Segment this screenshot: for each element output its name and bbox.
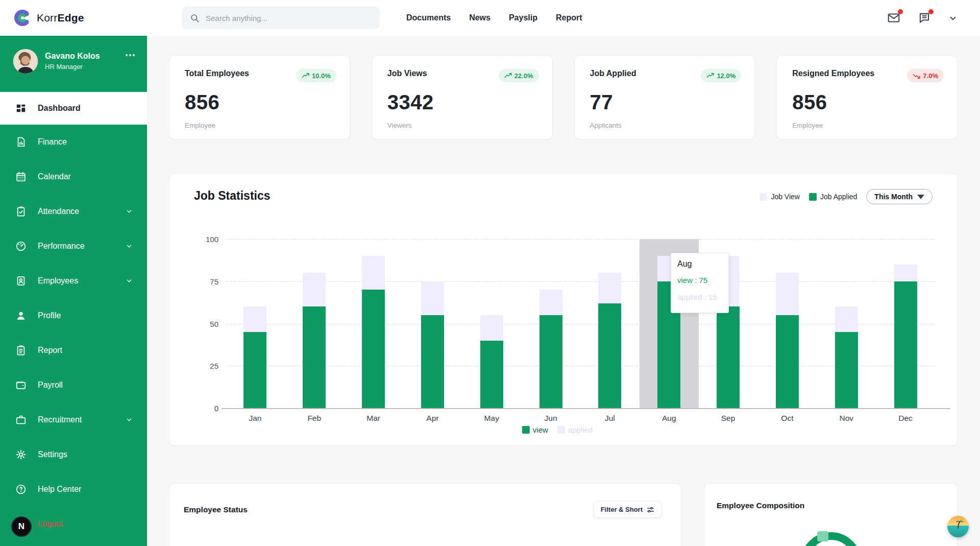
sidebar-item-settings[interactable]: Settings bbox=[0, 437, 147, 472]
sidebar-item-help-center[interactable]: Help Center bbox=[0, 472, 147, 507]
legend-job-view[interactable]: Job View bbox=[760, 193, 800, 201]
bar-view-Jul[interactable] bbox=[598, 303, 621, 408]
x-tick-label: Jun bbox=[545, 414, 557, 423]
sidebar-item-recruitment[interactable]: Recruitment bbox=[0, 402, 147, 437]
sidebar-item-label: Finance bbox=[38, 137, 67, 147]
nav-link-report[interactable]: Report bbox=[556, 13, 582, 22]
chat-notification-dot bbox=[928, 9, 934, 14]
bar-view-Oct[interactable] bbox=[776, 315, 799, 408]
trending-up-icon bbox=[302, 72, 309, 80]
sidebar-item-label: Profile bbox=[38, 311, 61, 320]
view-swatch bbox=[522, 426, 530, 434]
main-content: Total Employees 10.0% 856 Employee Job V… bbox=[147, 36, 980, 546]
x-tick-label: Sep bbox=[721, 414, 736, 423]
bar-view-Apr[interactable] bbox=[421, 315, 444, 408]
chevron-down-icon[interactable] bbox=[948, 11, 958, 25]
legend-view[interactable]: view bbox=[522, 425, 548, 434]
employee-status-card: Employee Status Filter & Short bbox=[169, 483, 681, 546]
top-nav: Documents News Payslip Report bbox=[406, 13, 582, 22]
trend-value: 7.0% bbox=[923, 72, 938, 80]
ellipsis-icon[interactable] bbox=[126, 54, 135, 56]
sidebar-item-dashboard[interactable]: Dashboard bbox=[0, 92, 147, 125]
mail-icon[interactable] bbox=[887, 11, 900, 25]
bar-view-Sep[interactable] bbox=[717, 306, 740, 408]
y-tick-label: 75 bbox=[210, 277, 218, 286]
chart-tooltip: Aug view : 75 applied : 15 bbox=[671, 253, 729, 313]
stat-title: Total Employees bbox=[185, 69, 249, 78]
sidebar-item-label: Logout bbox=[38, 519, 63, 529]
finance-doc-icon bbox=[15, 136, 27, 148]
gridline-100 bbox=[226, 239, 935, 240]
chevron-down-icon bbox=[126, 243, 133, 250]
sidebar-item-payroll[interactable]: Payroll bbox=[0, 368, 147, 402]
y-tick-label: 0 bbox=[214, 404, 218, 413]
period-value: This Month bbox=[874, 193, 913, 201]
profile-name: Gavano Kolos bbox=[45, 52, 100, 61]
chevron-down-icon bbox=[126, 277, 133, 284]
stat-subtitle: Viewers bbox=[387, 122, 539, 129]
sidebar-item-employees[interactable]: Employees bbox=[0, 264, 147, 298]
trend-badge: 22.0% bbox=[499, 69, 539, 82]
brand-name-regular: Korr bbox=[37, 12, 57, 23]
stat-card-resigned-employees: Resigned Employees 7.0% 856 Employee bbox=[776, 55, 958, 139]
stat-card-job-views: Job Views 22.0% 3342 Viewers bbox=[372, 55, 553, 139]
chevron-down-icon bbox=[126, 416, 133, 423]
nav-link-news[interactable]: News bbox=[469, 13, 491, 22]
gauge-icon bbox=[15, 241, 27, 252]
trend-badge: 12.0% bbox=[701, 69, 741, 82]
bar-view-Dec[interactable] bbox=[894, 281, 917, 408]
legend-applied[interactable]: applied bbox=[557, 425, 593, 434]
sidebar: Gavano Kolos HR Manager Dashboard Financ… bbox=[0, 36, 147, 546]
sidebar-item-profile[interactable]: Profile bbox=[0, 298, 147, 333]
x-tick-label: Nov bbox=[839, 414, 853, 423]
bar-plot: 0255075100JanFebMarAprMayJunJulAugSepOct… bbox=[226, 239, 935, 408]
sidebar-item-report[interactable]: Report bbox=[0, 333, 147, 368]
bar-view-Mar[interactable] bbox=[362, 290, 385, 408]
search-bar[interactable] bbox=[182, 7, 380, 29]
search-input[interactable] bbox=[206, 14, 372, 22]
sidebar-item-performance[interactable]: Performance bbox=[0, 229, 147, 264]
sidebar-item-label: Payroll bbox=[38, 381, 63, 390]
applied-swatch bbox=[557, 426, 565, 434]
sidebar-item-calendar[interactable]: Calendar bbox=[0, 159, 147, 194]
period-selector[interactable]: This Month bbox=[866, 189, 933, 204]
notification-bubble[interactable]: N bbox=[11, 516, 32, 537]
trend-value: 10.0% bbox=[312, 72, 331, 80]
profile-meta: Gavano Kolos HR Manager bbox=[45, 52, 100, 70]
x-tick-label: Jan bbox=[249, 414, 261, 423]
trending-up-icon bbox=[706, 72, 714, 80]
tooltip-view: view : 75 bbox=[677, 276, 722, 284]
legend-job-applied[interactable]: Job Applied bbox=[809, 193, 857, 201]
bar-view-Jun[interactable] bbox=[540, 315, 562, 408]
bar-view-Nov[interactable] bbox=[835, 332, 858, 408]
sidebar-item-label: Attendance bbox=[38, 207, 79, 216]
filter-short-button[interactable]: Filter & Short bbox=[594, 501, 662, 518]
y-tick-label: 50 bbox=[210, 319, 218, 328]
island-icon[interactable] bbox=[947, 516, 969, 537]
wallet-icon bbox=[15, 379, 27, 391]
korredge-c-logo-icon bbox=[13, 9, 32, 27]
briefcase-icon bbox=[15, 414, 27, 425]
sidebar-item-finance[interactable]: Finance bbox=[0, 125, 147, 159]
sidebar-profile[interactable]: Gavano Kolos HR Manager bbox=[0, 36, 147, 90]
nav-link-payslip[interactable]: Payslip bbox=[509, 13, 537, 22]
stat-title: Job Views bbox=[387, 69, 427, 78]
sidebar-item-label: Settings bbox=[38, 450, 67, 459]
sidebar-item-label: Performance bbox=[38, 242, 85, 251]
bar-view-Feb[interactable] bbox=[303, 306, 326, 408]
x-tick-label: Feb bbox=[307, 414, 321, 423]
help-circle-icon bbox=[15, 484, 27, 495]
bar-view-Jan[interactable] bbox=[243, 332, 266, 408]
trend-badge: 10.0% bbox=[296, 69, 336, 82]
sidebar-nav: Dashboard Finance Calendar bbox=[0, 92, 147, 541]
nav-link-documents[interactable]: Documents bbox=[406, 13, 451, 22]
stat-subtitle: Employee bbox=[792, 122, 944, 129]
sidebar-item-attendance[interactable]: Attendance bbox=[0, 194, 147, 229]
gridline-75 bbox=[226, 281, 935, 282]
bar-view-May[interactable] bbox=[480, 341, 503, 408]
chat-icon[interactable] bbox=[918, 11, 931, 25]
profile-role: HR Manager bbox=[45, 63, 100, 70]
stat-card-job-applied: Job Applied 12.0% 77 Applicants bbox=[574, 55, 755, 139]
x-axis-line bbox=[222, 408, 950, 409]
chart-controls: Job View Job Applied This Month bbox=[760, 189, 933, 204]
